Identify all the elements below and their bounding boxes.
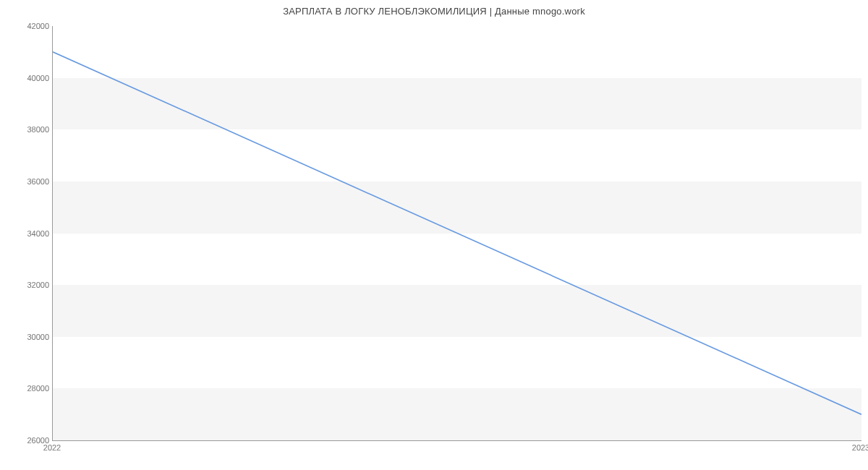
chart-container: ЗАРПЛАТА В ЛОГКУ ЛЕНОБЛЭКОМИЛИЦИЯ | Данн… bbox=[0, 0, 868, 470]
chart-title: ЗАРПЛАТА В ЛОГКУ ЛЕНОБЛЭКОМИЛИЦИЯ | Данн… bbox=[0, 6, 868, 17]
y-tick-label: 30000 bbox=[27, 333, 49, 341]
y-tick-label: 40000 bbox=[27, 74, 49, 82]
y-tick-label: 34000 bbox=[27, 229, 49, 238]
y-tick-label: 32000 bbox=[27, 281, 49, 289]
line-layer bbox=[53, 26, 861, 440]
y-tick-label: 28000 bbox=[27, 384, 49, 393]
plot-area bbox=[52, 26, 861, 441]
x-tick-label: 2023 bbox=[852, 443, 868, 452]
y-tick-label: 36000 bbox=[27, 177, 49, 186]
series-line bbox=[53, 52, 861, 414]
y-tick-label: 38000 bbox=[27, 125, 49, 134]
y-tick-label: 42000 bbox=[27, 22, 49, 30]
x-tick-label: 2022 bbox=[43, 443, 61, 452]
